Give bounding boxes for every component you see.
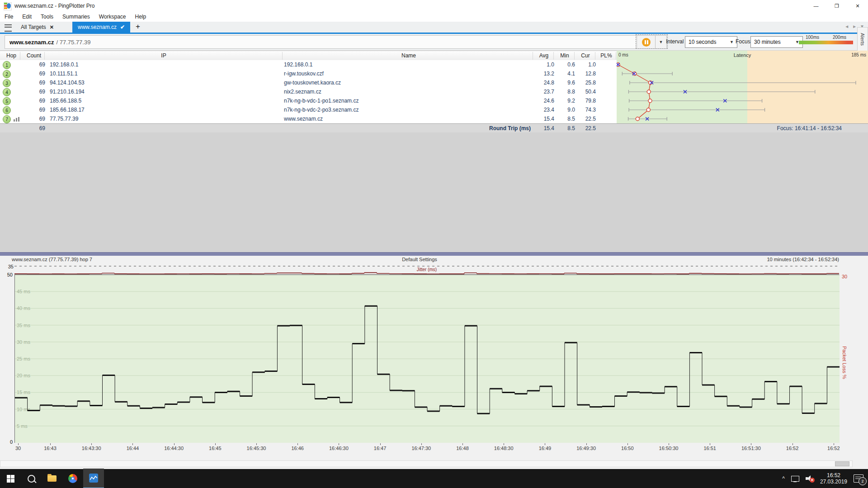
- timeline-settings-label[interactable]: Default Settings: [0, 257, 839, 262]
- interval-label: Interval: [666, 38, 684, 45]
- time-tick-label: 16:47: [374, 446, 387, 451]
- col-header-pl[interactable]: PL%: [596, 52, 617, 59]
- packet-loss-axis-title: Packet Loss %: [842, 346, 847, 379]
- interval-select[interactable]: 10 seconds ▼: [685, 36, 737, 48]
- time-tick-label: 16:43:30: [82, 446, 101, 451]
- tab-www-seznam-cz[interactable]: www.seznam.cz ✔: [72, 22, 130, 33]
- time-tick-label: 16:45: [209, 446, 222, 451]
- focus-select[interactable]: 30 minutes ▼: [750, 36, 803, 48]
- history-back-icon[interactable]: ◄: [844, 24, 849, 29]
- gridline-label: 25 ms: [17, 356, 30, 361]
- window-title: www.seznam.cz - PingPlotter Pro: [14, 3, 94, 9]
- close-tab-icon[interactable]: ✕: [50, 24, 54, 30]
- cell-min: 0.6: [554, 61, 575, 68]
- col-header-cur[interactable]: Cur: [575, 52, 596, 59]
- latency-scale-header: 0 ms Latency 185 ms: [617, 51, 868, 60]
- menu-summaries[interactable]: Summaries: [58, 14, 94, 20]
- horizontal-scrollbar[interactable]: [0, 460, 853, 467]
- col-header-hop[interactable]: Hop: [0, 52, 23, 59]
- cell-avg: 24.6: [533, 98, 554, 104]
- pause-dropdown-button[interactable]: ▼: [656, 35, 667, 49]
- cell-ip: 192.168.0.1: [50, 61, 78, 68]
- cell-count: 69: [23, 98, 45, 104]
- cell-ip: 185.66.188.17: [50, 107, 85, 113]
- col-header-min[interactable]: Min: [554, 52, 575, 59]
- time-tick-label: 16:51:30: [741, 446, 761, 451]
- menu-tools[interactable]: Tools: [36, 14, 58, 20]
- taskbar-clock[interactable]: 16:52 27.03.2019: [820, 472, 847, 485]
- taskbar-pingplotter-active[interactable]: [83, 469, 104, 488]
- cell-ip: 185.66.188.5: [50, 98, 81, 104]
- target-host: www.seznam.cz: [9, 39, 54, 46]
- col-header-name[interactable]: Name: [284, 52, 533, 59]
- time-tick-label: 16:47:30: [411, 446, 431, 451]
- volume-muted-icon[interactable]: ✕: [806, 475, 814, 482]
- col-header-count[interactable]: Count: [23, 52, 45, 59]
- col-header-ip[interactable]: IP: [45, 52, 282, 59]
- new-tab-button[interactable]: +: [136, 22, 140, 31]
- hop-latency-graph[interactable]: [617, 60, 868, 123]
- menu-edit[interactable]: Edit: [18, 14, 36, 20]
- legend-100ms: 100ms: [806, 35, 819, 40]
- gridline-label: 5 ms: [17, 423, 28, 429]
- chevron-down-icon: ▼: [730, 40, 734, 44]
- tab-all-targets[interactable]: All Targets ✕: [15, 22, 59, 33]
- taskbar-chrome[interactable]: [62, 469, 83, 488]
- target-ip: / 77.75.77.39: [57, 39, 91, 46]
- history-forward-icon[interactable]: ►: [852, 24, 857, 29]
- cell-avg: 23.4: [533, 107, 554, 113]
- y-axis-min: 0: [1, 439, 13, 445]
- hop-number-badge: 3: [3, 79, 11, 87]
- cell-min: 9.6: [554, 80, 575, 86]
- close-button[interactable]: ✕: [847, 0, 868, 12]
- minimize-button[interactable]: —: [806, 0, 826, 12]
- scale-max-label: 185 ms: [851, 52, 866, 57]
- col-header-avg[interactable]: Avg: [533, 52, 554, 59]
- menu-workspace[interactable]: Workspace: [94, 14, 131, 20]
- legend-200ms: 200ms: [833, 35, 846, 40]
- pause-button-group: ▼: [637, 35, 667, 48]
- network-icon[interactable]: [791, 476, 799, 482]
- round-trip-min: 8.5: [554, 125, 575, 131]
- gridline-label: 40 ms: [17, 305, 30, 311]
- start-button[interactable]: [0, 469, 21, 488]
- timeline-range-label: 10 minutes (16:42:34 - 16:52:34): [767, 257, 839, 262]
- focus-range-text: Focus: 16:41:14 - 16:52:34: [777, 125, 842, 131]
- jitter-strip[interactable]: Jitter (ms): [14, 263, 839, 275]
- tab-all-targets-label: All Targets: [21, 24, 46, 30]
- taskbar-search-button[interactable]: [21, 469, 42, 488]
- cell-name: www.seznam.cz: [284, 116, 323, 122]
- folder-icon: [47, 475, 57, 482]
- target-summary-box[interactable]: www.seznam.cz / 77.75.77.39: [5, 35, 639, 49]
- cell-avg: 24.8: [533, 80, 554, 86]
- alerts-side-tab[interactable]: Alerts: [857, 27, 868, 52]
- cell-avg: 15.4: [533, 116, 554, 122]
- time-tick-label: 16:44:30: [164, 446, 184, 451]
- latency-timeline-plot[interactable]: 45 ms40 ms35 ms30 ms25 ms20 ms15 ms10 ms…: [14, 275, 840, 443]
- menu-file[interactable]: File: [0, 14, 18, 20]
- gridline-label: 35 ms: [17, 323, 30, 328]
- title-bar: www.seznam.cz - PingPlotter Pro — ❐ ✕: [0, 0, 868, 12]
- jitter-label: Jitter (ms): [14, 267, 839, 272]
- targets-menu-icon[interactable]: [5, 24, 12, 32]
- cell-min: 4.1: [554, 70, 575, 77]
- cell-count: 69: [23, 107, 45, 113]
- windows-taskbar: ^ ✕ 16:52 27.03.2019 2: [0, 469, 868, 488]
- timeline-graph-section: www.seznam.cz (77.75.77.39) hop 7 Defaul…: [0, 256, 868, 469]
- scrollbar-thumb[interactable]: [835, 461, 849, 466]
- search-icon: [28, 475, 35, 483]
- show-hidden-icons[interactable]: ^: [782, 475, 785, 482]
- windows-logo-icon: [7, 475, 14, 483]
- mute-x-icon: ✕: [810, 478, 815, 483]
- taskbar-file-explorer[interactable]: [42, 469, 62, 488]
- notification-badge: 2: [859, 477, 867, 485]
- restore-button[interactable]: ❐: [826, 0, 847, 12]
- menu-help[interactable]: Help: [131, 14, 151, 20]
- round-trip-avg: 15.4: [533, 125, 554, 131]
- pause-button[interactable]: [637, 35, 656, 49]
- cell-min: 9.0: [554, 107, 575, 113]
- action-center-icon[interactable]: 2: [854, 474, 863, 483]
- cell-cur: 25.8: [575, 80, 596, 86]
- cell-ip: 94.124.104.53: [50, 80, 85, 86]
- time-tick-label: 16:51: [703, 446, 716, 451]
